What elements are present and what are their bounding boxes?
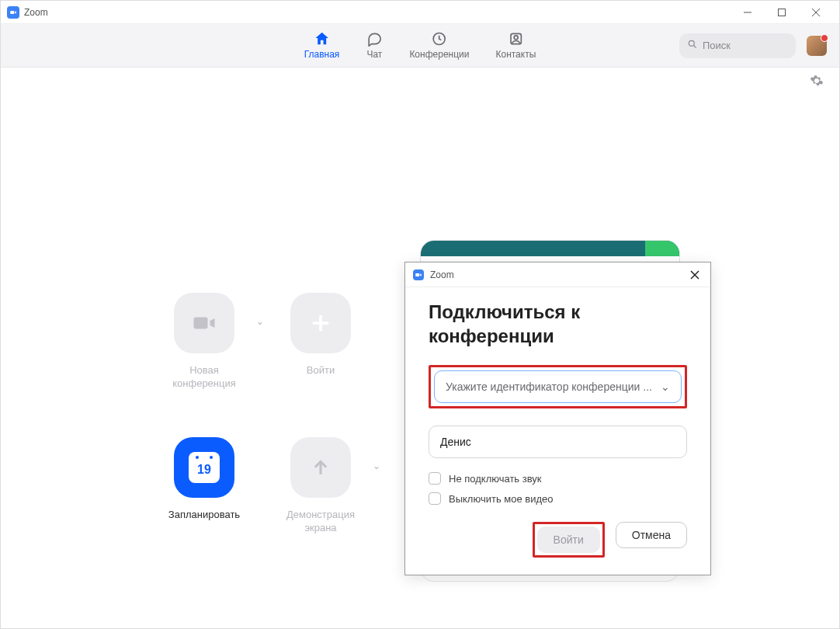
chevron-down-icon[interactable]: ⌄ bbox=[373, 460, 380, 471]
dialog-title: Zoom bbox=[430, 269, 687, 280]
window-controls bbox=[731, 1, 833, 24]
tab-contacts[interactable]: Контакты bbox=[495, 30, 536, 60]
checkbox-icon bbox=[429, 492, 441, 505]
checkbox-no-audio[interactable]: Не подключать звук bbox=[429, 472, 687, 485]
join-button-label: Войти bbox=[554, 533, 584, 546]
tile-share-label: Демонстрация экрана bbox=[278, 509, 363, 535]
tab-chat-label: Чат bbox=[366, 49, 382, 60]
chevron-down-icon[interactable]: ⌄ bbox=[256, 316, 264, 327]
chevron-down-icon: ⌄ bbox=[661, 381, 670, 393]
search-icon bbox=[687, 39, 698, 52]
svg-rect-0 bbox=[10, 10, 14, 13]
name-field-value: Денис bbox=[440, 436, 471, 448]
checkbox-no-video[interactable]: Выключить мое видео bbox=[429, 492, 687, 505]
svg-rect-2 bbox=[779, 9, 786, 16]
tile-join[interactable]: Войти bbox=[290, 293, 351, 391]
tile-new-meeting-label: Новая конференция bbox=[161, 364, 247, 391]
calendar-date: 19 bbox=[197, 463, 211, 477]
join-dialog: Zoom Подключиться к конференции Укажите … bbox=[404, 262, 711, 575]
highlight-meeting-id: Укажите идентификатор конференции ... ⌄ bbox=[429, 365, 687, 408]
close-button[interactable] bbox=[799, 1, 833, 24]
tab-contacts-label: Контакты bbox=[495, 49, 536, 60]
search-input[interactable]: Поиск bbox=[679, 33, 796, 58]
settings-gear[interactable] bbox=[810, 74, 824, 91]
home-icon bbox=[314, 30, 331, 47]
titlebar: Zoom bbox=[1, 1, 839, 24]
clock-icon bbox=[431, 30, 448, 47]
zoom-app-icon bbox=[413, 269, 424, 280]
cancel-button-label: Отмена bbox=[632, 529, 671, 541]
tab-meetings-label: Конференции bbox=[409, 49, 469, 60]
cancel-button[interactable]: Отмена bbox=[616, 522, 687, 548]
avatar[interactable] bbox=[807, 36, 827, 56]
tab-meetings[interactable]: Конференции bbox=[409, 30, 469, 60]
svg-point-7 bbox=[514, 36, 518, 40]
action-tiles: ⌄ Новая конференция Войти 19 Запланирова… bbox=[150, 293, 375, 535]
meeting-id-combo[interactable]: Укажите идентификатор конференции ... ⌄ bbox=[434, 370, 682, 403]
share-arrow-icon bbox=[290, 437, 351, 498]
checkbox-no-video-label: Выключить мое видео bbox=[449, 493, 554, 505]
meeting-id-placeholder: Укажите идентификатор конференции ... bbox=[446, 381, 652, 393]
zoom-app-icon bbox=[7, 6, 19, 19]
tab-home[interactable]: Главная bbox=[304, 30, 340, 60]
tile-schedule[interactable]: 19 Запланировать bbox=[168, 437, 240, 535]
svg-rect-10 bbox=[194, 318, 208, 329]
tile-join-label: Войти bbox=[307, 364, 335, 377]
window-title: Zoom bbox=[24, 7, 731, 18]
video-icon bbox=[174, 293, 234, 353]
svg-rect-13 bbox=[415, 273, 419, 276]
tab-home-label: Главная bbox=[304, 49, 340, 60]
dialog-titlebar: Zoom bbox=[405, 262, 710, 287]
tile-new-meeting[interactable]: ⌄ Новая конференция bbox=[161, 293, 247, 391]
name-field[interactable]: Денис bbox=[429, 426, 687, 458]
maximize-button[interactable] bbox=[765, 1, 799, 24]
tile-share-screen[interactable]: ⌄ Демонстрация экрана bbox=[278, 437, 363, 535]
highlight-join-button: Войти bbox=[533, 522, 605, 558]
search-placeholder: Поиск bbox=[703, 40, 731, 51]
checkbox-icon bbox=[429, 472, 441, 485]
svg-line-9 bbox=[694, 46, 696, 48]
checkbox-no-audio-label: Не подключать звук bbox=[449, 473, 542, 485]
close-icon[interactable] bbox=[687, 267, 703, 283]
plus-icon bbox=[290, 293, 351, 353]
chat-icon bbox=[366, 30, 383, 47]
calendar-icon: 19 bbox=[174, 437, 234, 498]
svg-point-8 bbox=[689, 40, 694, 46]
minimize-button[interactable] bbox=[731, 1, 765, 24]
navbar: Главная Чат Конференции Контакты Поиск bbox=[1, 24, 839, 68]
join-button[interactable]: Войти bbox=[537, 526, 600, 553]
tab-chat[interactable]: Чат bbox=[366, 30, 383, 60]
content-area: ⌄ Новая конференция Войти 19 Запланирова… bbox=[1, 68, 839, 628]
dialog-heading: Подключиться к конференции bbox=[429, 300, 687, 348]
contacts-icon bbox=[507, 30, 524, 47]
tile-schedule-label: Запланировать bbox=[168, 509, 240, 522]
card-header-stripe bbox=[421, 241, 679, 256]
